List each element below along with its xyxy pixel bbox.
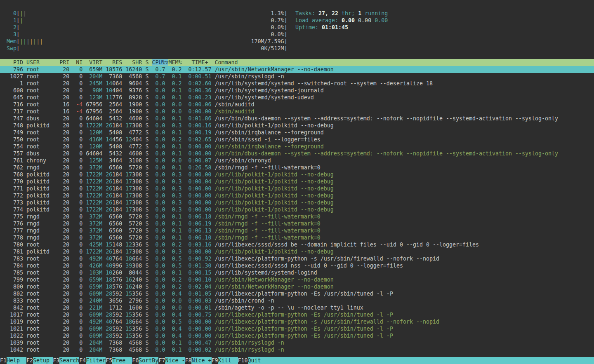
process-row-748[interactable]: 748 polkitd 20 0 1722M 26184 17308 S 0.0… [0, 122, 594, 129]
process-row-781[interactable]: 781 polkitd 20 0 1722M 26184 17308 S 0.0… [0, 248, 594, 255]
fkey-quit[interactable]: F10Quit [238, 357, 261, 364]
meter-space [23, 17, 271, 23]
process-row-772[interactable]: 772 polkitd 20 0 1722M 26184 17308 S 0.0… [0, 192, 594, 199]
process-row-716[interactable]: 716 root 16 -4 67956 2564 1900 S 0.0 0.0… [0, 101, 594, 108]
cell-time: 0:06.13 [185, 228, 212, 234]
process-row-785[interactable]: 785 root 20 0 103M 10260 8044 S 0.0 0.1 … [0, 269, 594, 276]
gap [69, 150, 73, 157]
process-row-784[interactable]: 784 root 20 0 426M 40996 39308 S 0.0 0.5… [0, 262, 594, 269]
fkey-nice-plus[interactable]: F8Nice + [185, 357, 211, 364]
gap [56, 87, 59, 94]
fkey-filter[interactable]: F4Filter [79, 357, 106, 364]
cell-command: /usr/lib/polkit-1/polkitd --no-debug [215, 186, 334, 192]
cell-shr: 664 [132, 319, 142, 325]
cell-cpu-pct: 0.0 [152, 221, 165, 227]
process-row-771[interactable]: 771 polkitd 20 0 1722M 26184 17308 S 0.0… [0, 185, 594, 192]
process-row-799[interactable]: 799 root 20 0 659M 18576 16240 S 0.0 0.2… [0, 276, 594, 283]
process-row-757[interactable]: 757 dbus 20 0 64604 5432 4600 S 0.0 0.1 … [0, 150, 594, 157]
process-row-749[interactable]: 749 root 20 0 120M 5408 4772 S 0.0 0.1 0… [0, 129, 594, 136]
process-row-1039[interactable]: 1039 root 20 0 204M 7368 4568 S 0.0 0.1 … [0, 339, 594, 346]
process-row-750[interactable]: 750 root 20 0 416M 14456 12404 S 0.0 0.2… [0, 136, 594, 143]
process-row-833[interactable]: 833 root 20 0 240M 3656 2796 S 0.0 0.0 0… [0, 297, 594, 304]
process-row-754[interactable]: 754 root 20 0 120M 5408 4772 S 0.0 0.1 0… [0, 143, 594, 150]
cell-cpu-pct: 0.0 [152, 101, 165, 108]
process-row-1017[interactable]: 1017 root 20 0 609M 28592 15356 S 0.0 0.… [0, 311, 594, 318]
column-header-cpupct[interactable]: CPU% [152, 59, 165, 66]
cell-shr: 308 [132, 178, 142, 185]
process-row-645[interactable]: 645 root 20 0 123M 11776 8928 S 0.0 0.1 … [0, 94, 594, 101]
column-header-timeplus[interactable]: TIME+ [185, 59, 212, 66]
cell-time: 0:00.00 [185, 150, 212, 157]
gap [69, 228, 73, 234]
fkey-setup[interactable]: F2Setup [26, 357, 53, 364]
process-row-1021[interactable]: 1021 root 20 0 609M 28592 15356 S 0.0 0.… [0, 325, 594, 332]
gap [212, 115, 215, 122]
process-row-762[interactable]: 762 rngd 20 0 372M 6560 5720 S 0.0 0.1 0… [0, 164, 594, 171]
cell-virt: 1722M [86, 249, 102, 255]
cell-cpu-pct: 0.0 [152, 249, 165, 255]
column-header-command[interactable]: Command [215, 59, 238, 66]
fkey-search[interactable]: F3Search [53, 357, 79, 364]
cell-res: 26 [106, 249, 112, 255]
gap [56, 249, 59, 255]
cell-pri: 20 [59, 214, 69, 220]
process-row-775[interactable]: 775 rngd 20 0 372M 6560 5720 S 0.0 0.1 0… [0, 213, 594, 220]
process-row-770[interactable]: 770 polkitd 20 0 1722M 26184 17308 S 0.0… [0, 178, 594, 185]
process-row-1042[interactable]: 1042 root 20 0 204M 7368 4568 S 0.0 0.1 … [0, 346, 594, 353]
process-row-776[interactable]: 776 rngd 20 0 372M 6560 5720 S 0.0 0.1 0… [0, 220, 594, 227]
process-row-802[interactable]: 802 root 20 0 609M 28592 15356 S 0.0 0.4… [0, 290, 594, 297]
gap [212, 277, 215, 283]
process-row-608[interactable]: 608 root 20 0 98M 10404 9376 S 0.0 0.1 0… [0, 87, 594, 94]
process-row-747[interactable]: 747 dbus 20 0 64604 5432 4600 S 0.0 0.1 … [0, 115, 594, 122]
cell-user: root [26, 80, 56, 87]
gap [182, 115, 185, 122]
process-row-761[interactable]: 761 chrony 20 0 125M 3464 3108 S 0.0 0.0… [0, 157, 594, 164]
column-header-mempct[interactable]: MEM% [168, 59, 182, 66]
cell-pid: 780 [0, 242, 23, 248]
cell-res: 7368 [106, 73, 122, 80]
column-header-shr[interactable]: SHR [125, 59, 142, 66]
process-row-783[interactable]: 783 root 20 0 492M 40764 18664 S 0.0 0.5… [0, 255, 594, 262]
gap [212, 263, 215, 269]
tasks-summary-segment: thr; [338, 10, 358, 16]
cell-virt: 1722M [86, 122, 102, 129]
uptime-segment: 01:01:45 [322, 24, 348, 31]
column-header-virt[interactable]: VIRT [86, 59, 102, 66]
process-row-778[interactable]: 778 rngd 20 0 372M 6560 5720 S 0.0 0.1 0… [0, 234, 594, 241]
fkey-tree[interactable]: F5Tree [106, 357, 132, 364]
gap [182, 143, 185, 150]
gap [182, 221, 185, 227]
column-header-pid[interactable]: PID [0, 59, 23, 66]
cell-virt: 120M [86, 143, 102, 150]
cell-command: /sbin/auditd [215, 101, 255, 108]
fkey-kill[interactable]: F9Kill [212, 357, 238, 364]
cell-pid: 716 [0, 101, 23, 108]
cell-virt: 1722M [86, 200, 102, 206]
process-row-773[interactable]: 773 polkitd 20 0 1722M 26184 17308 S 0.0… [0, 199, 594, 206]
column-header-res[interactable]: RES [106, 59, 122, 66]
process-row-777[interactable]: 777 rngd 20 0 372M 6560 5720 S 0.0 0.1 0… [0, 227, 594, 234]
fkey-help[interactable]: F1Help [0, 357, 26, 364]
cell-res: 184 [112, 186, 122, 192]
gap [23, 150, 26, 157]
column-header-ni[interactable]: NI [73, 59, 82, 66]
gap [56, 178, 59, 185]
process-row-768[interactable]: 768 polkitd 20 0 1722M 26184 17308 S 0.0… [0, 171, 594, 178]
process-row-1[interactable]: 1 root 20 0 245M 14064 9604 S 0.0 0.2 0:… [0, 80, 594, 87]
column-header-user[interactable]: USER [26, 59, 56, 66]
process-row-717[interactable]: 717 root 16 -4 67956 2564 1900 S 0.0 0.0… [0, 108, 594, 115]
process-row-1027[interactable]: 1027 root 20 0 204M 7368 4568 S 0.7 0.1 … [0, 73, 594, 80]
cell-res: 28 [106, 291, 112, 297]
process-row-774[interactable]: 774 polkitd 20 0 1722M 26184 17308 S 0.0… [0, 206, 594, 213]
fkey-nice-minus[interactable]: F7Nice - [158, 357, 185, 364]
process-row-800[interactable]: 800 root 20 0 659M 18576 16240 S 0.0 0.2… [0, 283, 594, 290]
fkey-sortby[interactable]: F6SortBy [132, 357, 158, 364]
cell-mem-pct: 0.1 [168, 87, 182, 94]
process-row-780[interactable]: 780 root 20 0 425M 15148 12336 S 0.0 0.2… [0, 241, 594, 248]
cell-res: 064 [112, 80, 122, 87]
column-header-pri[interactable]: PRI [59, 59, 69, 66]
process-row-1019[interactable]: 1019 root 20 0 492M 40764 18664 S 0.0 0.… [0, 318, 594, 325]
process-row-1022[interactable]: 1022 root 20 0 609M 28592 15356 S 0.0 0.… [0, 332, 594, 339]
process-row-842[interactable]: 842 root 20 0 221M 1712 1600 S 0.0 0.0 0… [0, 304, 594, 311]
process-row-796[interactable]: 796 root 20 0 659M 18576 16240 S 0.7 0.2… [0, 66, 594, 73]
